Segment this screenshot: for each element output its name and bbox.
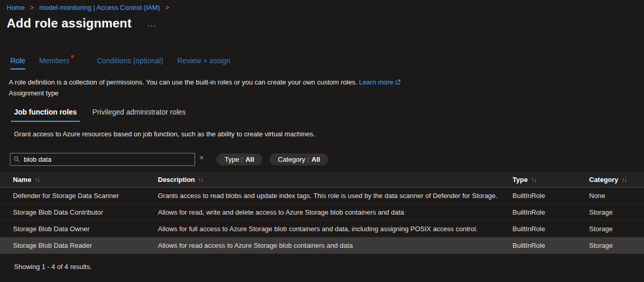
type-filter-value: All xyxy=(245,156,254,163)
sort-icon: ↑↓ xyxy=(34,176,39,184)
sort-icon: ↑↓ xyxy=(531,176,536,184)
breadcrumb-link-home[interactable]: Home xyxy=(7,4,25,11)
page-title: Add role assignment xyxy=(7,16,131,31)
tab-members-label: Members xyxy=(39,57,69,65)
sort-icon: ↑↓ xyxy=(198,176,203,184)
breadcrumb-separator: > xyxy=(166,4,169,11)
role-definition-intro: A role definition is a collection of per… xyxy=(9,78,644,86)
search-filter-row: × Type : All Category : All xyxy=(10,153,644,166)
table-row-storage-blob-data-contributor[interactable]: Storage Blob Data Contributor Allows for… xyxy=(0,204,644,221)
role-type-cell: BuiltInRole xyxy=(513,225,589,233)
members-alert-dot-icon xyxy=(71,55,74,58)
role-description-cell: Allows for read, write and delete access… xyxy=(158,208,513,216)
tab-members[interactable]: Members xyxy=(39,57,74,69)
sort-icon: ↑↓ xyxy=(621,176,626,184)
search-input[interactable] xyxy=(24,156,192,163)
role-category-cell: Storage xyxy=(589,208,644,216)
category-filter-pill[interactable]: Category : All xyxy=(270,153,329,165)
title-row: Add role assignment ··· xyxy=(7,16,644,31)
roles-table-header: Name↑↓ Description↑↓ Type↑↓ Category↑↓ xyxy=(0,172,644,188)
table-row-storage-blob-data-reader[interactable]: Storage Blob Data Reader Allows for read… xyxy=(0,237,644,254)
tab-conditions[interactable]: Conditions (optional) xyxy=(97,57,163,69)
breadcrumb-link-access-control[interactable]: model-monitoring | Access Control (IAM) xyxy=(39,4,160,11)
role-type-cell: BuiltInRole xyxy=(513,192,589,200)
role-definition-intro-text: A role definition is a collection of per… xyxy=(9,78,357,86)
tab-review-assign-label: Review + assign xyxy=(178,57,230,65)
tab-role-label: Role xyxy=(10,57,25,65)
type-filter-pill[interactable]: Type : All xyxy=(216,153,262,165)
learn-more-link[interactable]: Learn more xyxy=(359,78,400,86)
column-header-type[interactable]: Type↑↓ xyxy=(513,176,589,184)
column-header-name[interactable]: Name↑↓ xyxy=(13,176,158,184)
column-header-category[interactable]: Category↑↓ xyxy=(589,176,644,184)
wizard-tabs: Role Members Conditions (optional) Revie… xyxy=(10,57,644,69)
role-type-cell: BuiltInRole xyxy=(513,208,589,216)
external-link-icon xyxy=(395,79,401,85)
role-name-cell: Storage Blob Data Contributor xyxy=(13,208,158,216)
tab-conditions-label: Conditions (optional) xyxy=(97,57,163,65)
category-filter-label: Category : xyxy=(278,156,309,163)
assignment-type-label: Assignment type xyxy=(9,89,644,97)
category-filter-value: All xyxy=(312,156,320,163)
role-category-cell: Storage xyxy=(589,225,644,233)
tab-job-function-roles[interactable]: Job function roles xyxy=(11,108,80,122)
tab-privileged-administrator-roles[interactable]: Privileged administrator roles xyxy=(89,108,189,122)
column-header-description[interactable]: Description↑↓ xyxy=(158,176,513,184)
table-row-storage-blob-data-owner[interactable]: Storage Blob Data Owner Allows for full … xyxy=(0,221,644,237)
role-category-cell: Storage xyxy=(589,242,644,249)
role-description-cell: Grants access to read blobs and update i… xyxy=(158,192,513,200)
role-name-cell: Storage Blob Data Owner xyxy=(13,225,158,233)
type-filter-label: Type : xyxy=(225,156,243,163)
role-name-cell: Storage Blob Data Reader xyxy=(13,242,158,249)
grant-access-description: Grant access to Azure resources based on… xyxy=(14,130,644,138)
role-description-cell: Allows for full access to Azure Storage … xyxy=(158,225,513,233)
breadcrumb: Home > model-monitoring | Access Control… xyxy=(0,0,644,11)
role-name-cell: Defender for Storage Data Scanner xyxy=(13,192,158,200)
add-role-assignment-page: Home > model-monitoring | Access Control… xyxy=(0,0,644,271)
roles-table: Name↑↓ Description↑↓ Type↑↓ Category↑↓ D… xyxy=(0,172,644,254)
role-description-cell: Allows for read access to Azure Storage … xyxy=(158,242,513,249)
results-count: Showing 1 - 4 of 4 results. xyxy=(14,263,644,271)
role-search-box[interactable] xyxy=(10,153,195,166)
tab-review-assign[interactable]: Review + assign xyxy=(178,57,230,69)
search-icon xyxy=(13,156,20,163)
role-type-cell: BuiltInRole xyxy=(513,242,589,249)
more-options-button[interactable]: ··· xyxy=(147,21,156,30)
clear-search-button[interactable]: × xyxy=(199,153,204,161)
role-category-cell: None xyxy=(589,192,644,200)
tab-role[interactable]: Role xyxy=(10,57,25,69)
table-row-defender-for-storage-data-scanner[interactable]: Defender for Storage Data Scanner Grants… xyxy=(0,188,644,204)
breadcrumb-separator: > xyxy=(30,4,34,11)
assignment-type-tabs: Job function roles Privileged administra… xyxy=(11,108,644,122)
